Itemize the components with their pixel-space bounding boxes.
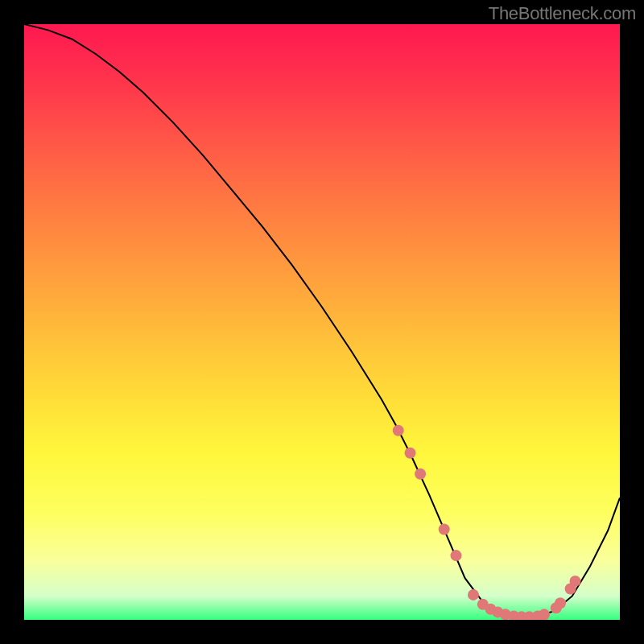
marker-dot <box>468 589 479 601</box>
marker-dot <box>555 597 566 609</box>
marker-dot <box>439 524 450 535</box>
marker-dot <box>570 576 581 587</box>
bottleneck-zone-markers <box>393 425 581 620</box>
bottleneck-curve-line <box>24 24 620 617</box>
chart-curve-svg <box>24 24 620 620</box>
marker-dot <box>393 425 404 436</box>
marker-dot <box>405 448 416 459</box>
watermark-text: TheBottleneck.com <box>489 3 636 24</box>
chart-plot-area <box>24 24 620 620</box>
marker-dot <box>539 609 550 620</box>
marker-dot <box>415 469 426 480</box>
marker-dot <box>451 550 462 561</box>
